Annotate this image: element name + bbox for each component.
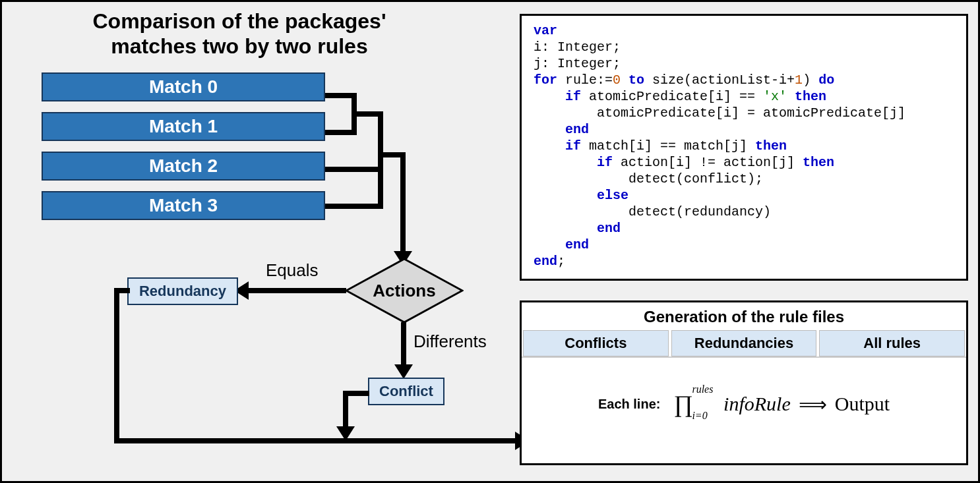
each-line-label: Each line: [598,397,660,412]
conn [325,167,378,172]
output-label: Output [835,393,890,415]
match-0: Match 0 [42,72,325,101]
actions-label: Actions [345,258,464,324]
code-line-2: i: Integer; [534,40,621,55]
conn [400,152,406,258]
product-symbol-icon: ∏ rules i=0 [673,390,693,418]
pseudocode-panel: var i: Integer; j: Integer; for rule:=0 … [520,14,968,281]
kw-var: var [534,23,557,38]
generation-tabs: Conflicts Redundancies All rules [522,330,966,358]
generation-body: Each line: ∏ rules i=0 infoRule ⟹ Output [522,358,966,450]
tab-all-rules: All rules [819,330,965,356]
equals-label: Equals [266,260,319,281]
diagram-frame: Comparison of the packages' matches two … [0,0,980,483]
formula: ∏ rules i=0 infoRule ⟹ Output [673,390,890,418]
conn [325,130,352,135]
match-3: Match 3 [42,191,325,220]
conn [378,111,383,209]
differents-label: Differents [413,331,487,352]
code-line-3: j: Integer; [534,56,621,71]
conflict-box: Conflict [368,378,444,405]
generation-title: Generation of the rule files [522,302,966,330]
redundancy-box: Redundancy [127,277,238,305]
conn [325,204,378,209]
kw-for: for [534,72,557,88]
conn [401,322,406,368]
conn [114,438,518,443]
implies-icon: ⟹ [799,393,827,416]
prod-sup: rules [692,384,713,395]
match-2: Match 2 [42,152,325,181]
conn [246,288,346,293]
match-list: Match 0 Match 1 Match 2 Match 3 [42,72,325,220]
conn [378,152,403,157]
conn [343,391,348,430]
conn [352,111,378,117]
prod-sub: i=0 [692,410,707,422]
title-line-1: Comparison of the packages' [92,9,386,33]
conn [325,93,352,98]
match-1: Match 1 [42,112,325,141]
conn [114,288,119,443]
arrow-conflict-down-icon [336,426,355,441]
title-line-2: matches two by two rules [111,34,367,58]
tab-conflicts: Conflicts [523,330,669,356]
flowchart-title: Comparison of the packages' matches two … [55,9,424,59]
flowchart-panel: Comparison of the packages' matches two … [15,9,503,470]
tab-redundancies: Redundancies [671,330,817,356]
actions-decision: Actions [345,258,464,324]
inforule: infoRule [723,393,791,415]
generation-panel: Generation of the rule files Conflicts R… [520,300,968,465]
arrow-differents-icon [394,364,413,379]
